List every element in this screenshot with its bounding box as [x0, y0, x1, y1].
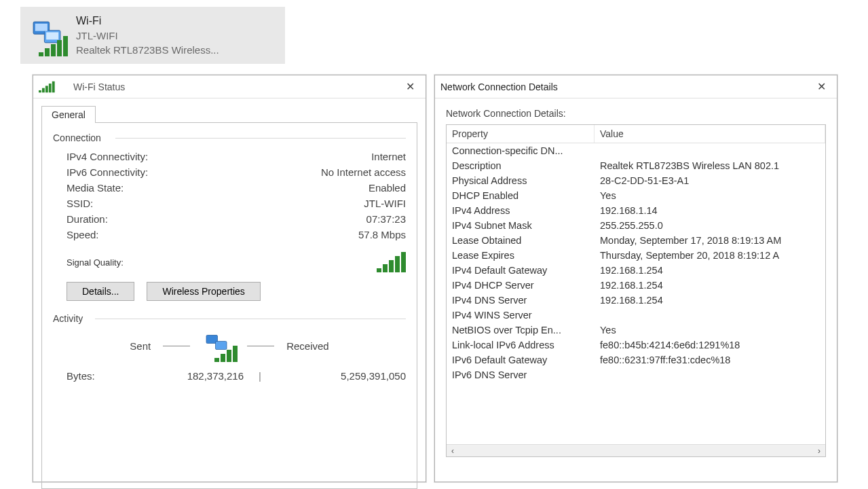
table-row[interactable]: IPv4 Address192.168.1.14 — [447, 203, 825, 218]
table-row[interactable]: IPv6 DNS Server — [447, 367, 825, 382]
bytes-label: Bytes: — [67, 370, 114, 382]
property-cell: IPv4 DNS Server — [447, 293, 595, 308]
property-cell: IPv4 Default Gateway — [447, 263, 595, 278]
row-ipv4-connectivity: IPv4 Connectivity:Internet — [67, 149, 406, 164]
value-cell — [595, 308, 825, 323]
property-cell: Physical Address — [447, 173, 595, 188]
value-cell: 192.168.1.254 — [595, 278, 825, 293]
table-row[interactable]: IPv4 Default Gateway192.168.1.254 — [447, 263, 825, 278]
value-cell — [595, 143, 825, 158]
property-cell: IPv6 DNS Server — [447, 367, 595, 382]
property-cell: IPv4 DHCP Server — [447, 278, 595, 293]
table-row[interactable]: Lease ObtainedMonday, September 17, 2018… — [447, 233, 825, 248]
value-cell: Realtek RTL8723BS Wireless LAN 802.1 — [595, 158, 825, 173]
wireless-properties-button[interactable]: Wireless Properties — [147, 282, 260, 301]
value-cell: Monday, September 17, 2018 8:19:13 AM — [595, 233, 825, 248]
adapter-tile[interactable]: Wi-Fi JTL-WIFI Realtek RTL8723BS Wireles… — [20, 7, 285, 64]
property-cell: DHCP Enabled — [447, 188, 595, 203]
bytes-received: 5,259,391,050 — [261, 370, 406, 382]
property-cell: Lease Expires — [447, 248, 595, 263]
scroll-left-icon[interactable]: ‹ — [447, 446, 459, 456]
wifi-status-dialog: Wi-Fi Status ✕ General Connection IPv4 C… — [33, 75, 426, 482]
tab-panel-general: Connection IPv4 Connectivity:Internet IP… — [41, 122, 417, 489]
activity-received-label: Received — [286, 340, 329, 352]
group-activity-label: Activity — [53, 313, 406, 324]
signal-quality-label: Signal Quality: — [67, 257, 124, 268]
activity-sent-label: Sent — [130, 340, 151, 352]
table-row[interactable]: DescriptionRealtek RTL8723BS Wireless LA… — [447, 158, 825, 173]
close-button[interactable]: ✕ — [400, 79, 420, 95]
value-cell: fe80::6231:97ff:fe31:cdec%18 — [595, 352, 825, 367]
bytes-row: Bytes: 182,373,216 | 5,259,391,050 — [67, 370, 406, 382]
table-row[interactable]: DHCP EnabledYes — [447, 188, 825, 203]
details-table: Property Value Connection-specific DN...… — [446, 124, 826, 457]
value-cell: Thursday, September 20, 2018 8:19:12 A — [595, 248, 825, 263]
col-header-value[interactable]: Value — [595, 125, 825, 143]
property-cell: Description — [447, 158, 595, 173]
tab-general[interactable]: General — [41, 106, 96, 123]
adapter-ssid: JTL-WIFI — [76, 29, 219, 43]
row-media-state: Media State:Enabled — [67, 180, 406, 196]
table-row[interactable]: IPv4 Subnet Mask255.255.255.0 — [447, 218, 825, 233]
details-button[interactable]: Details... — [67, 282, 134, 301]
col-header-property[interactable]: Property — [447, 125, 595, 143]
signal-bars-icon — [39, 77, 68, 97]
row-ipv6-connectivity: IPv6 Connectivity:No Internet access — [67, 164, 406, 180]
property-cell: IPv4 WINS Server — [447, 308, 595, 323]
row-duration: Duration:07:37:23 — [67, 211, 406, 227]
value-cell: 192.168.1.14 — [595, 203, 825, 218]
close-button[interactable]: ✕ — [811, 79, 831, 95]
adapter-description: Realtek RTL8723BS Wireless... — [76, 43, 219, 57]
table-row[interactable]: Connection-specific DN... — [447, 143, 825, 158]
property-cell: Link-local IPv6 Address — [447, 338, 595, 352]
details-body-label: Network Connection Details: — [446, 108, 826, 119]
property-cell: Connection-specific DN... — [447, 143, 595, 158]
value-cell: 192.168.1.254 — [595, 263, 825, 278]
svg-rect-2 — [35, 24, 48, 31]
scroll-right-icon[interactable]: › — [813, 446, 825, 456]
activity-visual: Sent Received — [53, 332, 406, 359]
group-connection-label: Connection — [53, 132, 406, 143]
table-row[interactable]: IPv4 DNS Server192.168.1.254 — [447, 293, 825, 308]
table-row[interactable]: NetBIOS over Tcpip En...Yes — [447, 323, 825, 338]
signal-bars-icon — [39, 36, 68, 56]
horizontal-scrollbar[interactable]: ‹ › — [447, 444, 825, 456]
network-activity-icon — [202, 332, 235, 359]
table-row[interactable]: IPv4 WINS Server — [447, 308, 825, 323]
value-cell: Yes — [595, 188, 825, 203]
network-details-dialog: Network Connection Details ✕ Network Con… — [434, 75, 837, 482]
adapter-name: Wi-Fi — [76, 14, 219, 29]
dialog-title: Wi-Fi Status — [73, 82, 400, 92]
row-ssid: SSID:JTL-WIFI — [67, 196, 406, 211]
value-cell: fe80::b45b:4214:6e6d:1291%18 — [595, 338, 825, 352]
table-row[interactable]: IPv6 Default Gatewayfe80::6231:97ff:fe31… — [447, 352, 825, 367]
dialog-titlebar[interactable]: Wi-Fi Status ✕ — [33, 75, 426, 98]
dialog-title: Network Connection Details — [440, 82, 811, 92]
value-cell: Yes — [595, 323, 825, 338]
value-cell — [595, 367, 825, 382]
table-row[interactable]: Physical Address28-C2-DD-51-E3-A1 — [447, 173, 825, 188]
property-cell: NetBIOS over Tcpip En... — [447, 323, 595, 338]
value-cell: 192.168.1.254 — [595, 293, 825, 308]
signal-bars-icon — [377, 252, 406, 272]
property-cell: IPv6 Default Gateway — [447, 352, 595, 367]
table-row[interactable]: Link-local IPv6 Addressfe80::b45b:4214:6… — [447, 338, 825, 352]
bytes-sent: 182,373,216 — [114, 370, 259, 382]
property-cell: Lease Obtained — [447, 233, 595, 248]
network-adapter-icon — [27, 16, 67, 55]
property-cell: IPv4 Address — [447, 203, 595, 218]
row-speed: Speed:57.8 Mbps — [67, 227, 406, 242]
value-cell: 28-C2-DD-51-E3-A1 — [595, 173, 825, 188]
value-cell: 255.255.255.0 — [595, 218, 825, 233]
table-row[interactable]: IPv4 DHCP Server192.168.1.254 — [447, 278, 825, 293]
property-cell: IPv4 Subnet Mask — [447, 218, 595, 233]
table-row[interactable]: Lease ExpiresThursday, September 20, 201… — [447, 248, 825, 263]
dialog-titlebar[interactable]: Network Connection Details ✕ — [435, 75, 837, 98]
